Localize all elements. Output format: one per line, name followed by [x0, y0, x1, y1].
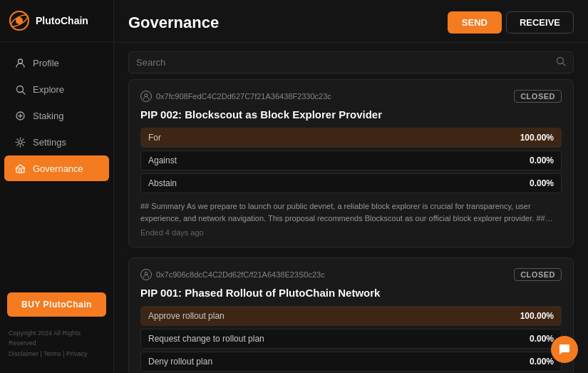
staking-icon [14, 110, 26, 121]
sidebar-item-profile[interactable]: Profile [4, 50, 109, 76]
vote-pct-0-0: 100.00% [520, 133, 554, 143]
status-badge: CLOSED [514, 268, 562, 281]
sidebar-label-staking: Staking [33, 111, 63, 121]
receive-button[interactable]: RECEIVE [506, 11, 574, 34]
vote-pct-1-0: 100.00% [520, 311, 554, 321]
proposal-header: 0x7c906c8dcC4C2Dd62fC/f21A6438E23S0c23c … [140, 268, 562, 281]
address-icon [140, 91, 152, 102]
vote-row-1-1: Request change to rollout plan 0.00% [140, 329, 562, 349]
header-actions: SEND RECEIVE [448, 11, 574, 34]
svg-line-11 [563, 63, 566, 66]
vote-row-0-2: Abstain 0.00% [140, 173, 562, 193]
sidebar-item-staking[interactable]: Staking [4, 103, 109, 128]
search-input[interactable] [136, 57, 556, 68]
svg-point-3 [18, 59, 22, 63]
vote-row-0-1: Against 0.00% [140, 150, 562, 170]
svg-rect-9 [19, 170, 21, 173]
sidebar-label-settings: Settings [33, 137, 66, 148]
svg-point-13 [145, 272, 148, 275]
chat-bubble[interactable] [551, 336, 578, 363]
svg-line-5 [22, 91, 25, 94]
sidebar-label-profile: Profile [33, 58, 59, 68]
proposal-card-pip001: 0x7c906c8dcC4C2Dd62fC/f21A6438E23S0c23c … [128, 257, 574, 373]
address-icon [140, 269, 152, 280]
plutochain-logo-icon [9, 10, 30, 31]
sidebar: PlutoChain Profile Explore [0, 0, 114, 373]
sidebar-label-governance: Governance [33, 163, 83, 174]
vote-label-0-0: For [148, 133, 520, 143]
vote-label-1-2: Deny rollout plan [148, 357, 530, 367]
main-content: Governance SEND RECEIVE [114, 0, 588, 373]
vote-pct-0-2: 0.00% [530, 178, 554, 188]
sidebar-logo: PlutoChain [0, 0, 113, 42]
proposal-title: PIP 002: Blockscout as Block Explorer Pr… [140, 108, 562, 121]
buy-plutochan-button[interactable]: BUY PlutoChain [7, 292, 106, 317]
footer-links: Disclaimer | Terms | Privacy [9, 349, 105, 359]
sidebar-nav: Profile Explore Staking [0, 42, 113, 287]
svg-point-12 [145, 94, 148, 97]
vote-label-1-0: Approve rollout plan [148, 311, 520, 321]
vote-pct-1-1: 0.00% [530, 334, 554, 344]
svg-point-7 [19, 140, 22, 144]
profile-icon [14, 57, 26, 68]
sidebar-item-governance[interactable]: Governance [4, 155, 109, 181]
proposal-card-pip002: 0x7fc908FedC4C2Dd627C7f21A36438F2330c23c… [128, 79, 574, 247]
vote-pct-0-1: 0.00% [530, 155, 554, 165]
proposal-ended: Ended 4 days ago [140, 228, 562, 237]
search-bar [128, 51, 574, 73]
sidebar-item-settings[interactable]: Settings [4, 129, 109, 155]
send-button[interactable]: SEND [448, 11, 502, 34]
logo-text: PlutoChain [36, 15, 88, 26]
proposal-description: ## Summary As we prepare to launch our p… [140, 200, 562, 224]
proposal-address-text: 0x7fc908FedC4C2Dd627C7f21A36438F2330c23c [156, 92, 331, 101]
sidebar-item-explore[interactable]: Explore [4, 76, 109, 102]
search-icon [556, 56, 566, 68]
proposal-title: PIP 001: Phased Rollout of PlutoChain Ne… [140, 287, 562, 299]
proposal-header: 0x7fc908FedC4C2Dd627C7f21A36438F2330c23c… [140, 90, 562, 103]
svg-rect-8 [16, 168, 24, 173]
sidebar-label-explore: Explore [33, 84, 64, 95]
footer-copyright: Copyright 2024 All Rights Reserved [9, 328, 105, 349]
status-badge: CLOSED [514, 90, 562, 103]
page-title: Governance [128, 14, 219, 32]
main-header: Governance SEND RECEIVE [114, 0, 588, 43]
proposals-list: 0x7fc908FedC4C2Dd627C7f21A36438F2330c23c… [114, 79, 588, 373]
governance-icon [14, 163, 26, 174]
vote-row-0-0: For 100.00% [140, 128, 562, 148]
vote-label-0-1: Against [148, 155, 530, 165]
sidebar-footer: Copyright 2024 All Rights Reserved Discl… [0, 322, 113, 364]
vote-pct-1-2: 0.00% [530, 357, 554, 367]
vote-row-1-0: Approve rollout plan 100.00% [140, 306, 562, 326]
proposal-address-text: 0x7c906c8dcC4C2Dd62fC/f21A6438E23S0c23c [156, 270, 325, 279]
vote-label-1-1: Request change to rollout plan [148, 334, 530, 344]
vote-row-1-2: Deny rollout plan 0.00% [140, 352, 562, 372]
proposal-address: 0x7fc908FedC4C2Dd627C7f21A36438F2330c23c [140, 91, 331, 102]
explore-icon [14, 83, 26, 95]
vote-label-0-2: Abstain [148, 178, 530, 188]
proposal-address: 0x7c906c8dcC4C2Dd62fC/f21A6438E23S0c23c [140, 269, 325, 280]
settings-icon [14, 136, 26, 148]
